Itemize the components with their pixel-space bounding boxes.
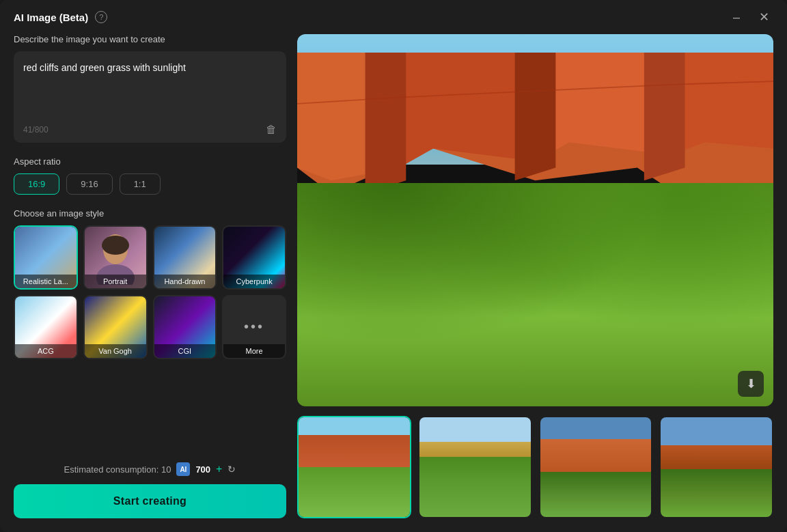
style-section: Choose an image style Realistic La... (14, 208, 286, 359)
thumbnail-3[interactable] (539, 416, 653, 518)
style-label: Choose an image style (14, 208, 286, 219)
svg-marker-10 (644, 53, 685, 180)
download-icon: ⬇ (746, 376, 756, 391)
app-window: AI Image (Beta) ? – ✕ Describe the image… (0, 0, 787, 532)
svg-marker-8 (365, 53, 406, 193)
style-realistic[interactable]: Realistic La... (14, 225, 78, 290)
right-panel: ⬇ (297, 34, 773, 518)
window-title: AI Image (Beta) (14, 12, 88, 23)
style-more[interactable]: ••• More (222, 295, 286, 359)
help-icon[interactable]: ? (95, 11, 107, 23)
char-count: 41/800 (23, 125, 49, 135)
svg-point-2 (102, 236, 129, 255)
aspect-9-16-button[interactable]: 9:16 (66, 173, 112, 195)
left-panel: Describe the image you want to create re… (14, 34, 297, 518)
style-handdrawn-label: Hand-drawn (154, 275, 216, 288)
bottom-section: Estimated consumption: 10 AI 700 + ↻ Sta… (14, 462, 286, 518)
prompt-box: red cliffs and green grass with sunlight… (14, 51, 286, 143)
consumption-text: Estimated consumption: 10 (64, 464, 171, 475)
prompt-footer: 41/800 🗑 (23, 124, 277, 136)
main-image-container: ⬇ (297, 34, 773, 406)
refresh-icon[interactable]: ↻ (227, 464, 236, 475)
style-cgi-label: CGI (154, 344, 216, 358)
aspect-ratio-label: Aspect ratio (14, 156, 286, 167)
consumption-row: Estimated consumption: 10 AI 700 + ↻ (14, 462, 286, 476)
more-dots-icon: ••• (244, 319, 264, 335)
style-portrait-label: Portrait (85, 275, 146, 288)
thumbnail-2[interactable] (418, 416, 532, 518)
style-realistic-label: Realistic La... (15, 275, 77, 288)
style-portrait[interactable]: Portrait (83, 225, 148, 290)
thumbnails-row (297, 416, 773, 518)
aspect-16-9-button[interactable]: 16:9 (14, 173, 59, 195)
style-cgi[interactable]: CGI (153, 295, 217, 359)
style-acg[interactable]: ACG (14, 295, 78, 359)
clear-icon[interactable]: 🗑 (266, 124, 277, 136)
style-vangogh[interactable]: Van Gogh (83, 295, 148, 359)
main-content: Describe the image you want to create re… (0, 34, 787, 532)
plus-icon: + (216, 463, 222, 475)
aspect-1-1-button[interactable]: 1:1 (120, 173, 161, 195)
svg-marker-7 (672, 53, 773, 155)
style-more-label: More (223, 344, 285, 358)
prompt-section: Describe the image you want to create re… (14, 34, 286, 143)
prompt-label: Describe the image you want to create (14, 34, 286, 44)
aspect-ratio-section: Aspect ratio 16:9 9:16 1:1 (14, 156, 286, 195)
titlebar-right: – ✕ (729, 10, 773, 25)
thumbnail-1[interactable] (297, 416, 411, 518)
titlebar-left: AI Image (Beta) ? (14, 11, 107, 23)
start-creating-button[interactable]: Start creating (14, 484, 286, 518)
style-handdrawn[interactable]: Hand-drawn (153, 225, 217, 290)
aspect-buttons: 16:9 9:16 1:1 (14, 173, 286, 195)
style-vangogh-label: Van Gogh (85, 344, 146, 358)
titlebar: AI Image (Beta) ? – ✕ (0, 0, 787, 34)
ai-badge: AI (176, 462, 190, 476)
minimize-button[interactable]: – (729, 10, 744, 25)
thumbnail-4[interactable] (659, 416, 773, 518)
prompt-input[interactable]: red cliffs and green grass with sunlight (23, 61, 277, 115)
svg-marker-9 (515, 53, 556, 180)
style-cyberpunk[interactable]: Cyberpunk (222, 225, 286, 290)
token-count: 700 (195, 464, 210, 475)
close-button[interactable]: ✕ (755, 10, 773, 25)
style-grid: Realistic La... Portrait (14, 225, 286, 359)
download-button[interactable]: ⬇ (738, 371, 764, 397)
style-acg-label: ACG (15, 344, 77, 358)
style-cyberpunk-label: Cyberpunk (223, 275, 285, 288)
grass-layer (297, 183, 773, 406)
main-image-scene (297, 34, 773, 406)
